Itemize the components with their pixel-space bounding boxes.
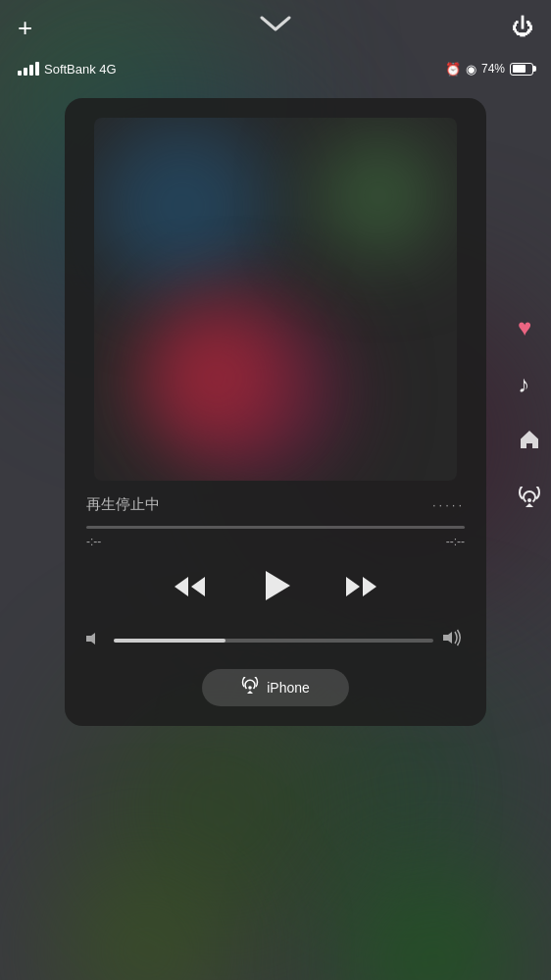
next-button[interactable] bbox=[344, 573, 379, 605]
volume-row bbox=[86, 629, 465, 651]
power-button[interactable]: ⏻ bbox=[512, 15, 533, 40]
svg-marker-4 bbox=[346, 577, 360, 596]
time-row: -:-- --:-- bbox=[86, 535, 465, 548]
svg-point-8 bbox=[249, 687, 251, 689]
prev-button[interactable] bbox=[172, 573, 207, 605]
svg-point-0 bbox=[528, 499, 530, 501]
airplay-label: iPhone bbox=[267, 680, 310, 696]
player-area: 再生停止中 ····· -:-- --:-- bbox=[65, 481, 486, 706]
home-icon[interactable] bbox=[518, 428, 541, 457]
volume-slider[interactable] bbox=[114, 639, 433, 643]
svg-marker-6 bbox=[86, 633, 95, 645]
volume-slider-fill bbox=[114, 639, 225, 643]
volume-low-icon bbox=[86, 631, 104, 650]
add-button[interactable]: + bbox=[18, 15, 32, 40]
album-art-inner bbox=[94, 118, 457, 481]
player-title-row: 再生停止中 ····· bbox=[86, 495, 465, 514]
battery-icon bbox=[510, 63, 533, 76]
player-status: 再生停止中 bbox=[86, 495, 160, 514]
svg-marker-7 bbox=[443, 632, 452, 644]
svg-marker-3 bbox=[266, 571, 290, 600]
player-menu-dots[interactable]: ····· bbox=[432, 497, 465, 512]
svg-marker-2 bbox=[191, 577, 205, 596]
battery-fill bbox=[513, 65, 526, 73]
svg-marker-5 bbox=[363, 577, 376, 596]
time-remaining: --:-- bbox=[446, 535, 465, 548]
volume-high-icon bbox=[443, 629, 465, 651]
controls-row bbox=[86, 566, 465, 611]
status-bar: SoftBank 4G ⏰ ◉ 74% bbox=[0, 54, 551, 83]
right-sidebar: ♥ ♪ bbox=[518, 314, 541, 515]
status-right: ⏰ ◉ 74% bbox=[445, 62, 533, 77]
battery-cap bbox=[533, 66, 536, 72]
heart-icon[interactable]: ♥ bbox=[518, 314, 541, 341]
album-art bbox=[94, 118, 457, 481]
music-icon[interactable]: ♪ bbox=[518, 371, 541, 398]
play-button[interactable] bbox=[256, 566, 295, 611]
player-card: 再生停止中 ····· -:-- --:-- bbox=[65, 98, 486, 726]
location-icon: ◉ bbox=[466, 62, 476, 77]
airplay-icon bbox=[241, 677, 259, 698]
airplay-button[interactable]: iPhone bbox=[202, 669, 349, 706]
carrier-label: SoftBank 4G bbox=[44, 62, 117, 77]
svg-marker-1 bbox=[175, 577, 188, 596]
alarm-icon: ⏰ bbox=[445, 62, 461, 77]
signal-icon bbox=[18, 62, 39, 76]
progress-bar-track[interactable] bbox=[86, 526, 465, 529]
airplay-sidebar-icon[interactable] bbox=[518, 487, 541, 515]
battery-percent: 74% bbox=[481, 62, 505, 76]
time-elapsed: -:-- bbox=[86, 535, 101, 548]
chevron-down-icon[interactable] bbox=[258, 14, 293, 39]
